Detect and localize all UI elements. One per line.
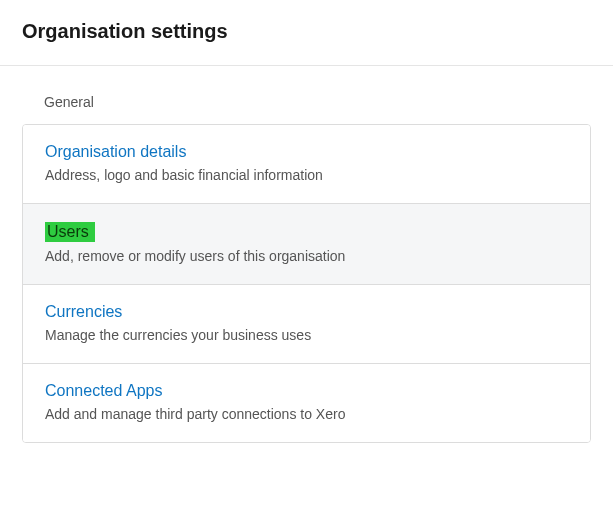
item-title-users: Users: [45, 222, 95, 242]
item-desc-organisation-details: Address, logo and basic financial inform…: [45, 167, 568, 183]
section-label: General: [44, 94, 591, 110]
settings-card: Organisation details Address, logo and b…: [22, 124, 591, 443]
item-title-currencies: Currencies: [45, 303, 122, 321]
item-desc-currencies: Manage the currencies your business uses: [45, 327, 568, 343]
page-header: Organisation settings: [0, 0, 613, 66]
item-title-connected-apps: Connected Apps: [45, 382, 162, 400]
item-desc-connected-apps: Add and manage third party connections t…: [45, 406, 568, 422]
list-item-users[interactable]: Users Add, remove or modify users of thi…: [23, 204, 590, 285]
content-area: General Organisation details Address, lo…: [0, 66, 613, 463]
list-item-connected-apps[interactable]: Connected Apps Add and manage third part…: [23, 364, 590, 442]
item-desc-users: Add, remove or modify users of this orga…: [45, 248, 568, 264]
list-item-organisation-details[interactable]: Organisation details Address, logo and b…: [23, 125, 590, 204]
item-title-organisation-details: Organisation details: [45, 143, 186, 161]
page-title: Organisation settings: [22, 20, 591, 43]
list-item-currencies[interactable]: Currencies Manage the currencies your bu…: [23, 285, 590, 364]
